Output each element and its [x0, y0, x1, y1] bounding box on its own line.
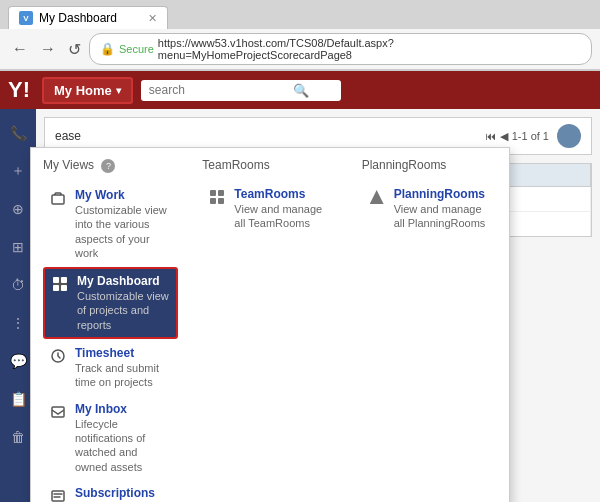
timesheet-desc: Track and submit time on projects	[75, 361, 172, 390]
search-icon: 🔍	[293, 83, 309, 98]
my-views-header: My Views ?	[43, 158, 178, 175]
planningrooms-desc: View and manage all PlanningRooms	[394, 202, 491, 231]
planningrooms-item[interactable]: PlanningRooms View and manage all Planni…	[362, 182, 497, 236]
my-dashboard-icon	[51, 275, 69, 293]
app-header: Y! My Home ▾ 🔍	[0, 71, 600, 109]
my-inbox-text: My Inbox Lifecycle notifications of watc…	[75, 402, 172, 474]
svg-rect-3	[52, 491, 64, 501]
my-views-column: My Views ? My Work Customizable view int…	[31, 158, 190, 502]
tab-favicon: V	[19, 11, 33, 25]
dropdown-top: My Views ? My Work Customizable view int…	[31, 148, 509, 502]
timesheet-text: Timesheet Track and submit time on proje…	[75, 346, 172, 390]
browser-chrome: V My Dashboard ✕ ← → ↺ 🔒 Secure https://…	[0, 0, 600, 71]
reload-button[interactable]: ↺	[64, 38, 85, 61]
first-page-icon[interactable]: ⏮	[485, 130, 496, 142]
planningrooms-icon	[368, 188, 386, 206]
caret-icon: ▾	[116, 85, 121, 96]
prev-page-icon[interactable]: ◀	[500, 130, 508, 143]
planningrooms-column: PlanningRooms PlanningRooms View and man…	[350, 158, 509, 502]
nav-bar: ← → ↺ 🔒 Secure https://www53.v1host.com/…	[0, 29, 600, 70]
sidebar-item-phone[interactable]: 📞	[2, 117, 34, 149]
my-inbox-desc: Lifecycle notifications of watched and o…	[75, 417, 172, 474]
teamrooms-text: TeamRooms View and manage all TeamRooms	[234, 187, 331, 231]
tab-close-button[interactable]: ✕	[148, 12, 157, 25]
tab-title: My Dashboard	[39, 11, 117, 25]
svg-rect-0	[52, 195, 64, 204]
subscriptions-icon	[49, 487, 67, 502]
planningrooms-title: PlanningRooms	[394, 187, 491, 201]
my-dashboard-item[interactable]: My Dashboard Customizable view of projec…	[43, 267, 178, 339]
my-inbox-title: My Inbox	[75, 402, 172, 416]
planningrooms-header: PlanningRooms	[362, 158, 497, 174]
my-dashboard-text: My Dashboard Customizable view of projec…	[77, 274, 170, 332]
back-button[interactable]: ←	[8, 38, 32, 60]
my-home-label: My Home	[54, 83, 112, 98]
app-container: Y! My Home ▾ 🔍 My Views ?	[0, 71, 600, 502]
my-work-text: My Work Customizable view into the vario…	[75, 188, 172, 260]
my-inbox-item[interactable]: My Inbox Lifecycle notifications of watc…	[43, 397, 178, 479]
subscriptions-text: Subscriptions Manage watched and tracked…	[75, 486, 172, 502]
teamrooms-header: TeamRooms	[202, 158, 337, 174]
my-work-icon	[49, 189, 67, 207]
user-avatar	[557, 124, 581, 148]
my-home-button[interactable]: My Home ▾	[42, 77, 133, 104]
pagination-text: 1-1 of 1	[512, 130, 549, 142]
secure-label: Secure	[119, 43, 154, 55]
header-actions: ⏮ ◀ 1-1 of 1	[485, 124, 581, 148]
dropdown-menu: My Views ? My Work Customizable view int…	[30, 147, 510, 502]
pagination: ⏮ ◀ 1-1 of 1	[485, 130, 549, 143]
search-input[interactable]	[149, 83, 289, 97]
teamrooms-desc: View and manage all TeamRooms	[234, 202, 331, 231]
app-logo: Y!	[8, 77, 30, 103]
my-dashboard-desc: Customizable view of projects and report…	[77, 289, 170, 332]
help-icon: ?	[101, 159, 115, 173]
release-label: ease	[55, 129, 81, 143]
my-dashboard-title: My Dashboard	[77, 274, 170, 288]
teamrooms-icon	[208, 188, 226, 206]
my-inbox-icon	[49, 403, 67, 421]
lock-icon: 🔒	[100, 42, 115, 56]
tab-bar: V My Dashboard ✕	[0, 0, 600, 29]
active-tab[interactable]: V My Dashboard ✕	[8, 6, 168, 29]
subscriptions-item[interactable]: Subscriptions Manage watched and tracked…	[43, 481, 178, 502]
url-text: https://www53.v1host.com/TCS08/Default.a…	[158, 37, 581, 61]
search-bar: 🔍	[141, 80, 341, 101]
timesheet-title: Timesheet	[75, 346, 172, 360]
forward-button[interactable]: →	[36, 38, 60, 60]
my-work-title: My Work	[75, 188, 172, 202]
subscriptions-title: Subscriptions	[75, 486, 172, 500]
planningrooms-text: PlanningRooms View and manage all Planni…	[394, 187, 491, 231]
teamrooms-item[interactable]: TeamRooms View and manage all TeamRooms	[202, 182, 337, 236]
timesheet-icon	[49, 347, 67, 365]
url-bar[interactable]: 🔒 Secure https://www53.v1host.com/TCS08/…	[89, 33, 592, 65]
my-work-desc: Customizable view into the various aspec…	[75, 203, 172, 260]
timesheet-item[interactable]: Timesheet Track and submit time on proje…	[43, 341, 178, 395]
app-body: My Views ? My Work Customizable view int…	[0, 109, 600, 502]
my-work-item[interactable]: My Work Customizable view into the vario…	[43, 183, 178, 265]
teamrooms-column: TeamRooms TeamRooms View and manage all …	[190, 158, 349, 502]
teamrooms-title: TeamRooms	[234, 187, 331, 201]
